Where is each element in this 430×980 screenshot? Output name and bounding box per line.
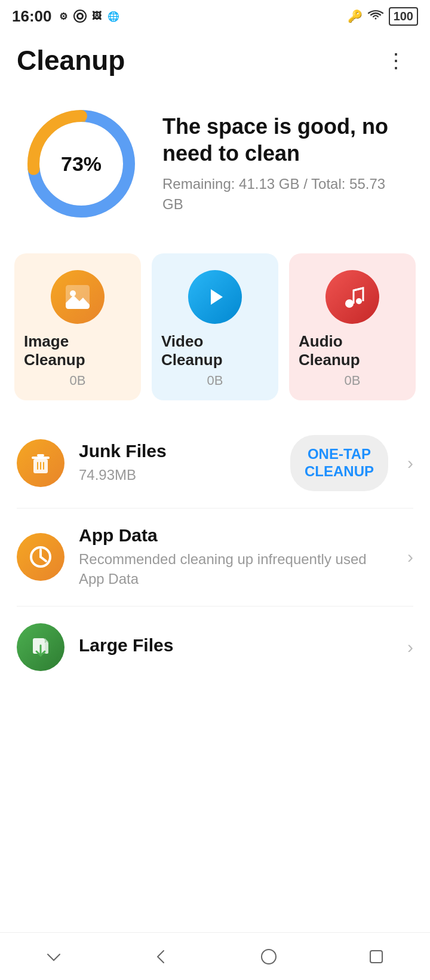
large-files-item[interactable]: Large Files › (17, 607, 413, 688)
svg-rect-22 (370, 951, 382, 963)
one-tap-cleanup-button[interactable]: ONE-TAPCLEANUP (290, 435, 388, 491)
audio-cleanup-card[interactable]: Audio Cleanup 0B (289, 253, 416, 400)
page-title: Cleanup (17, 44, 125, 76)
nav-down-button[interactable] (30, 939, 78, 975)
donut-percentage: 73% (61, 152, 102, 176)
bottom-navigation (0, 932, 430, 980)
image-cleanup-size: 0B (70, 373, 86, 388)
app-data-item[interactable]: App Data Recommended cleaning up infrequ… (17, 509, 413, 607)
video-cleanup-label: Video Cleanup (161, 332, 269, 369)
svg-line-10 (354, 288, 363, 290)
audio-cleanup-size: 0B (345, 373, 361, 388)
status-right-icons: 🔑 100 (348, 7, 418, 26)
svg-point-8 (345, 299, 354, 308)
audio-cleanup-icon (325, 270, 379, 324)
key-icon: 🔑 (348, 9, 363, 23)
wifi-icon (367, 9, 384, 24)
camera-icon (73, 10, 87, 23)
junk-files-icon (17, 439, 64, 487)
settings-icon: ⚙ (57, 10, 70, 23)
audio-cleanup-label: Audio Cleanup (299, 332, 406, 369)
large-files-content: Large Files (79, 635, 388, 659)
chart-subtitle: Remaining: 41.13 GB / Total: 55.73 GB (162, 174, 408, 214)
image-cleanup-card[interactable]: Image Cleanup 0B (14, 253, 141, 400)
svg-rect-15 (40, 462, 41, 470)
junk-chevron-icon: › (407, 453, 413, 473)
gallery-icon: 🖼 (90, 10, 103, 23)
app-data-subtitle: Recommended cleaning up infrequently use… (79, 549, 388, 589)
chart-title: The space is good, no need to clean (162, 113, 408, 167)
more-options-button[interactable]: ⋮ (380, 46, 413, 75)
large-files-chevron-icon: › (407, 637, 413, 657)
status-bar: 16:00 ⚙ 🖼 🌐 🔑 100 (0, 0, 430, 30)
svg-rect-16 (43, 462, 44, 470)
svg-point-9 (356, 298, 362, 304)
image-cleanup-label: Image Cleanup (24, 332, 131, 369)
junk-files-title: Junk Files (79, 441, 276, 461)
app-data-chevron-icon: › (407, 547, 413, 567)
nav-home-button[interactable] (245, 939, 293, 975)
svg-point-21 (262, 950, 276, 964)
image-cleanup-icon (51, 270, 105, 324)
junk-files-content: Junk Files 74.93MB (79, 441, 276, 485)
battery-indicator: 100 (389, 7, 418, 26)
vpn-icon: 🌐 (107, 10, 120, 23)
svg-rect-14 (37, 462, 38, 470)
large-files-icon (17, 623, 64, 671)
cleanup-cards: Image Cleanup 0B Video Cleanup 0B Audio … (0, 241, 430, 412)
svg-rect-13 (37, 454, 44, 457)
video-cleanup-size: 0B (207, 373, 223, 388)
storage-chart-section: 73% The space is good, no need to clean … (0, 86, 430, 241)
svg-rect-12 (32, 457, 50, 459)
svg-rect-18 (33, 638, 45, 654)
junk-files-size: 74.93MB (79, 465, 276, 485)
junk-files-item[interactable]: Junk Files 74.93MB ONE-TAPCLEANUP › (17, 418, 413, 509)
video-cleanup-card[interactable]: Video Cleanup 0B (152, 253, 278, 400)
donut-chart: 73% (22, 104, 141, 223)
svg-marker-7 (211, 289, 223, 305)
app-data-content: App Data Recommended cleaning up infrequ… (79, 525, 388, 589)
app-data-icon (17, 533, 64, 581)
svg-point-6 (70, 290, 76, 296)
header: Cleanup ⋮ (0, 30, 430, 86)
status-time: 16:00 (12, 7, 52, 26)
video-cleanup-icon (188, 270, 242, 324)
list-section: Junk Files 74.93MB ONE-TAPCLEANUP › App … (0, 412, 430, 694)
chart-info: The space is good, no need to clean Rema… (162, 113, 408, 214)
large-files-title: Large Files (79, 635, 388, 656)
nav-recents-button[interactable] (352, 939, 400, 975)
svg-point-2 (78, 14, 82, 18)
app-data-title: App Data (79, 525, 388, 546)
nav-back-button[interactable] (137, 939, 185, 975)
